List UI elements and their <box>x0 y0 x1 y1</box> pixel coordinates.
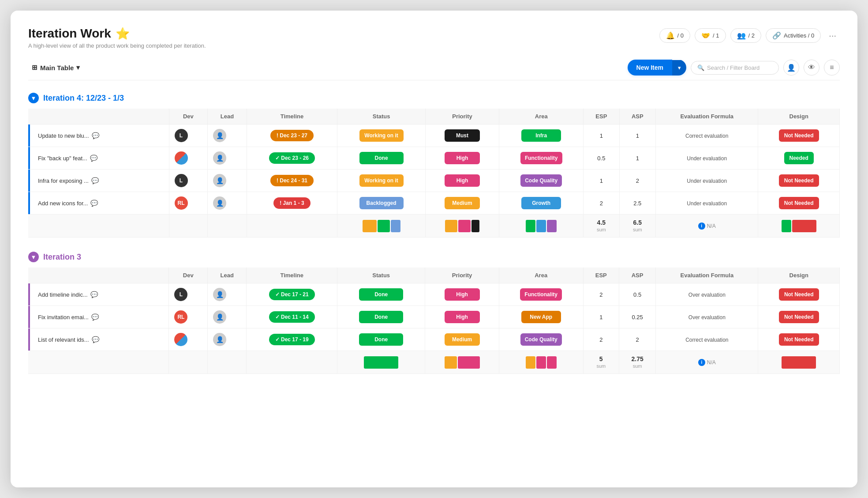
col-name <box>28 109 169 124</box>
filter-icon-button[interactable]: ≡ <box>824 60 840 75</box>
activities-icon: 🔗 <box>772 31 781 40</box>
activities-badge[interactable]: 🔗 Activities / 0 <box>766 28 821 43</box>
priority-badge: High <box>445 288 480 301</box>
lead-cell: 👤 <box>208 328 247 351</box>
users-badge[interactable]: 👥 / 2 <box>730 28 761 43</box>
priority-cell: High <box>425 170 499 192</box>
row-name-text: Fix invitation emai... <box>38 314 89 321</box>
timeline-cell: ✓ Dec 17 - 21 <box>247 283 337 306</box>
area-cell: Code Quality <box>499 328 583 351</box>
col-timeline: Timeline <box>247 109 337 124</box>
area-bar-infra <box>526 220 535 232</box>
search-placeholder: Search / Filter Board <box>707 64 760 71</box>
eval-cell: Under evaluation <box>656 192 758 215</box>
asp-cell: 1 <box>619 147 656 170</box>
area-badge: Functionality <box>520 152 562 164</box>
summary-status-cell <box>337 215 425 238</box>
new-item-main-button[interactable]: New Item <box>628 60 672 75</box>
asp-cell: 0.5 <box>619 283 655 306</box>
summary-esp-cell: 5 sum <box>583 351 619 374</box>
priority-badge: Medium <box>445 333 480 346</box>
esp-cell: 1 <box>584 170 619 192</box>
status-bar-working <box>363 220 377 232</box>
iteration-3-block: ▼ Iteration 3 Dev Lead Timeline Status P… <box>28 252 840 374</box>
comment-icon[interactable]: 💬 <box>92 336 99 343</box>
comment-icon[interactable]: 💬 <box>90 291 98 298</box>
iteration-4-table: Dev Lead Timeline Status Priority Area E… <box>28 109 840 238</box>
new-item-dropdown-button[interactable]: ▾ <box>672 60 686 75</box>
na-info: i N/A <box>661 223 752 230</box>
design-cell: Needed <box>758 147 840 170</box>
summary-area-cell <box>499 215 584 238</box>
priority-bar-must <box>471 220 479 232</box>
design-bar-needed <box>782 220 791 232</box>
summary-area-cell <box>499 351 583 374</box>
table-row: Fix "back up" feat... 💬 👤 ✓ Dec 23 - 26 <box>28 147 840 170</box>
more-options-button[interactable]: ··· <box>825 29 840 42</box>
summary-eval-cell: i N/A <box>656 215 758 238</box>
users-icon: 👥 <box>737 31 746 40</box>
esp-sum-label: sum <box>597 227 606 232</box>
row-name: Fix "back up" feat... 💬 <box>34 155 164 162</box>
comment-icon[interactable]: 💬 <box>91 177 99 184</box>
priority-cell: High <box>425 306 499 328</box>
table-row: Add timeline indic... 💬 L 👤 ✓ Dec 17 - 2… <box>28 283 840 306</box>
col-asp: ASP <box>619 268 655 283</box>
summary-status-cell <box>337 351 425 374</box>
timeline-cell: ! Dec 23 - 27 <box>247 124 337 147</box>
dev-cell: L <box>169 124 208 147</box>
timeline-badge: ✓ Dec 17 - 21 <box>269 289 315 300</box>
comment-icon[interactable]: 💬 <box>92 132 99 139</box>
row-name: Update to new blu... 💬 <box>34 132 164 139</box>
col-dev: Dev <box>169 109 208 124</box>
main-table-button[interactable]: ⊞ Main Table ▾ <box>28 62 83 73</box>
col-area: Area <box>499 268 583 283</box>
iteration-3-header: ▼ Iteration 3 <box>28 252 840 262</box>
area-bar-1 <box>526 356 535 369</box>
summary-timeline-cell <box>247 351 337 374</box>
iteration-4-table-wrapper: Dev Lead Timeline Status Priority Area E… <box>28 109 840 238</box>
lead-cell: 👤 <box>208 306 247 328</box>
iteration-3-chevron[interactable]: ▼ <box>28 252 39 262</box>
col-design: Design <box>758 268 840 283</box>
priority-bar-medium <box>445 356 457 369</box>
lead-cell: 👤 <box>208 147 247 170</box>
comment-icon[interactable]: 💬 <box>91 313 99 321</box>
summary-asp-cell: 2.75 sum <box>619 351 655 374</box>
table-row: Infra for exposing ... 💬 L 👤 ! Dec 24 - … <box>28 170 840 192</box>
star-icon[interactable]: ⭐ <box>116 27 130 41</box>
lead-cell: 👤 <box>208 283 247 306</box>
col-eval: Evaluation Formula <box>656 268 758 283</box>
status-cell: Backlogged <box>337 192 425 215</box>
row-name-cell: Add new icons for... 💬 <box>28 192 169 215</box>
design-cell: Not Needed <box>758 170 840 192</box>
notification-count: / 0 <box>677 32 684 39</box>
priority-bar-high <box>458 220 471 232</box>
user-icon-button[interactable]: 👤 <box>783 60 799 75</box>
priority-badge: Must <box>445 129 480 142</box>
lead-avatar: 👤 <box>213 196 226 210</box>
iteration-3-table: Dev Lead Timeline Status Priority Area E… <box>28 268 840 374</box>
new-item-button[interactable]: New Item ▾ <box>628 60 686 75</box>
notification-badge[interactable]: 🔔 / 0 <box>659 28 690 43</box>
comment-icon[interactable]: 💬 <box>90 200 98 207</box>
timeline-cell: ! Jan 1 - 3 <box>247 192 337 215</box>
summary-esp-cell: 4.5 sum <box>584 215 619 238</box>
eye-icon-button[interactable]: 👁 <box>804 60 819 75</box>
iteration-4-chevron[interactable]: ▼ <box>28 93 39 103</box>
col-status: Status <box>337 268 425 283</box>
lead-avatar: 👤 <box>213 333 226 346</box>
col-lead: Lead <box>208 268 247 283</box>
design-badge: Not Needed <box>779 129 819 142</box>
comment-icon[interactable]: 💬 <box>90 155 97 162</box>
area-badge: New App <box>521 311 561 323</box>
table-icon: ⊞ <box>32 64 37 72</box>
col-area: Area <box>499 109 584 124</box>
design-cell: Not Needed <box>758 192 840 215</box>
handshake-badge[interactable]: 🤝 / 1 <box>695 28 726 43</box>
lead-avatar: 👤 <box>213 151 226 165</box>
info-icon: i <box>698 359 705 366</box>
na-info: i N/A <box>661 359 752 366</box>
design-bar-not-needed <box>782 356 816 369</box>
esp-cell: 2 <box>583 283 619 306</box>
